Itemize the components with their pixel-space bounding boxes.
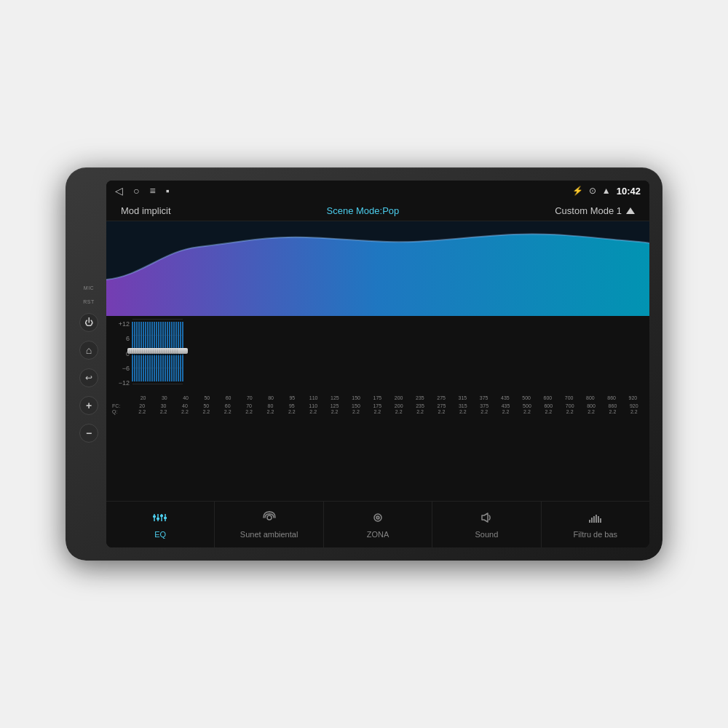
- scale-minus12: −12: [112, 379, 130, 387]
- location-icon: ⊙: [589, 186, 596, 196]
- nav-item-eq[interactable]: EQ: [106, 502, 215, 547]
- nav-item-zona[interactable]: ZONA: [324, 502, 432, 547]
- nav-item-ambient[interactable]: Sunet ambiental: [215, 502, 323, 547]
- svg-rect-12: [589, 520, 590, 523]
- wifi-icon: ▲: [602, 186, 611, 196]
- home-button[interactable]: ⌂: [79, 341, 98, 360]
- sliders-container: [132, 319, 183, 384]
- power-button[interactable]: ⏻: [79, 313, 98, 332]
- mode-scene[interactable]: Scene Mode:Pop: [327, 205, 400, 216]
- svg-point-11: [377, 517, 379, 518]
- nav-label-eq: EQ: [154, 530, 166, 539]
- q-row: Q: 2.22.22.22.22.22.22.22.22.22.22.22.22…: [112, 409, 644, 414]
- scale-labels: +12 6 0 −6 −12: [112, 319, 130, 388]
- mode-bar: Mod implicit Scene Mode:Pop Custom Mode …: [106, 201, 649, 221]
- recents-nav-button[interactable]: ▪: [166, 185, 170, 197]
- nav-label-ambient: Sunet ambiental: [240, 530, 298, 539]
- slider-thumb-920[interactable]: [178, 348, 188, 354]
- svg-rect-13: [591, 518, 593, 523]
- back-nav-button[interactable]: ◁: [115, 185, 123, 197]
- nav-label-zona: ZONA: [367, 530, 389, 539]
- zona-icon: [370, 511, 386, 528]
- volume-up-button[interactable]: +: [79, 396, 98, 415]
- svg-rect-1: [153, 515, 156, 518]
- sound-icon: [478, 511, 494, 528]
- side-buttons: MIC RST ⏻ ⌂ ↩ + −: [73, 167, 105, 561]
- rst-label: RST: [83, 299, 95, 304]
- volume-down-button[interactable]: −: [79, 424, 98, 443]
- eq-sliders-area: +12 6 0 −6 −12: [106, 316, 649, 501]
- eq-visualization: [106, 221, 649, 316]
- svg-rect-5: [160, 515, 163, 517]
- screen: ◁ ○ ≡ ▪ ⚡ ⊙ ▲ 10:42 Mod implicit Scene M…: [106, 181, 649, 547]
- bass-icon: [587, 511, 604, 528]
- dropdown-icon: [626, 207, 635, 214]
- nav-label-sound: Sound: [475, 530, 499, 539]
- svg-rect-16: [598, 516, 599, 523]
- q-label: Q:: [112, 409, 132, 414]
- fc-row: FC: 203040506070809511012515017520023527…: [112, 403, 644, 408]
- svg-rect-7: [164, 517, 167, 519]
- scale-minus6: −6: [112, 365, 130, 372]
- svg-rect-3: [157, 518, 159, 520]
- fc-label: FC:: [112, 403, 132, 408]
- ambient-icon: [261, 511, 277, 528]
- fc-values: 2030405060708095110125150175200235275315…: [132, 403, 644, 408]
- status-left: ◁ ○ ≡ ▪: [115, 185, 170, 197]
- nav-item-bass[interactable]: Filtru de bas: [542, 502, 649, 547]
- home-nav-button[interactable]: ○: [133, 185, 139, 197]
- mode-custom[interactable]: Custom Mode 1: [555, 205, 635, 216]
- nav-label-bass: Filtru de bas: [574, 530, 618, 539]
- q-values: 2.22.22.22.22.22.22.22.22.22.22.22.22.22…: [132, 409, 644, 414]
- status-right: ⚡ ⊙ ▲ 10:42: [572, 186, 641, 197]
- status-bar: ◁ ○ ≡ ▪ ⚡ ⊙ ▲ 10:42: [106, 181, 649, 201]
- back-button[interactable]: ↩: [79, 368, 98, 387]
- device-shell: MIC RST ⏻ ⌂ ↩ + − ◁ ○ ≡ ▪ ⚡ ⊙ ▲ 10:42 Mo…: [66, 167, 662, 561]
- time-display: 10:42: [617, 186, 641, 197]
- scale-plus12: +12: [112, 320, 130, 328]
- freq-labels-row: 2030405060708095110125150175200235275315…: [132, 389, 644, 403]
- mic-label: MIC: [84, 285, 94, 290]
- svg-rect-15: [596, 515, 597, 523]
- eq-icon: [152, 511, 168, 528]
- svg-rect-17: [600, 518, 601, 523]
- nav-item-sound[interactable]: Sound: [432, 502, 541, 547]
- bottom-nav: EQ Sunet ambiental: [106, 501, 649, 547]
- svg-rect-14: [593, 516, 595, 523]
- eq-wave-svg: [106, 221, 649, 316]
- bluetooth-icon: ⚡: [572, 186, 583, 196]
- mode-implicit[interactable]: Mod implicit: [121, 205, 171, 216]
- svg-point-8: [267, 515, 272, 520]
- menu-nav-button[interactable]: ≡: [149, 185, 155, 197]
- scale-6: 6: [112, 335, 130, 342]
